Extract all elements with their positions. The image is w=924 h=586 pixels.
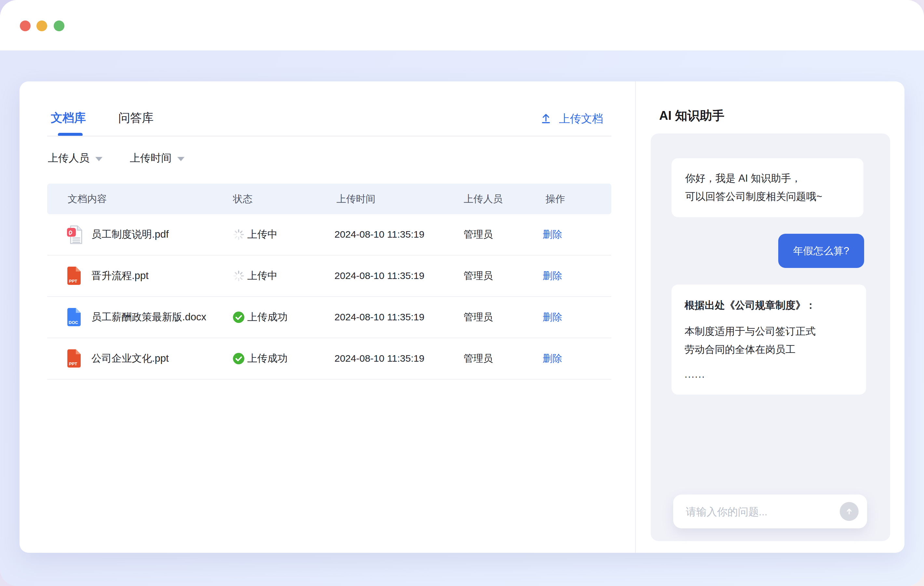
column-header-uploader: 上传人员 bbox=[464, 184, 503, 214]
question-input[interactable] bbox=[685, 495, 830, 529]
answer-line-1: 本制度适用于与公司签订正式 bbox=[685, 322, 853, 341]
delete-link[interactable]: 删除 bbox=[543, 256, 562, 296]
minimize-window-icon[interactable] bbox=[36, 20, 47, 31]
filter-upload-time-label: 上传时间 bbox=[130, 151, 172, 166]
column-header-name: 文档内容 bbox=[68, 184, 107, 214]
filter-uploader-dropdown[interactable]: 上传人员 bbox=[48, 151, 102, 166]
success-check-icon bbox=[233, 311, 245, 323]
file-name: 晋升流程.ppt bbox=[91, 256, 148, 296]
app-window: 文档库 问答库 上传文档 bbox=[0, 0, 924, 586]
table-row: PPT 公司企业文化.ppt 上传成功 2024-08-10 11:35:19 … bbox=[47, 338, 611, 380]
uploader-name: 管理员 bbox=[464, 214, 493, 254]
delete-link[interactable]: 删除 bbox=[543, 338, 562, 378]
maximize-window-icon[interactable] bbox=[54, 20, 64, 31]
assistant-answer-bubble: 根据出处《公司规章制度》： 本制度适用于与公司签订正式 劳动合同的全体在岗员工 … bbox=[672, 285, 866, 395]
uploading-spinner-icon bbox=[233, 270, 245, 282]
tab-document-library[interactable]: 文档库 bbox=[51, 109, 86, 127]
upload-icon bbox=[540, 112, 553, 125]
document-library-pane: 文档库 问答库 上传文档 bbox=[20, 81, 635, 553]
table-row: 员工制度说明.pdf bbox=[47, 214, 611, 256]
page-background: 文档库 问答库 上传文档 bbox=[0, 50, 924, 586]
status-text: 上传中 bbox=[247, 256, 277, 296]
chevron-down-icon bbox=[95, 157, 102, 161]
screen: 文档库 问答库 上传文档 bbox=[0, 0, 924, 586]
close-window-icon[interactable] bbox=[20, 20, 31, 31]
answer-ellipsis: ...... bbox=[685, 365, 853, 384]
upload-time: 2024-08-10 11:35:19 bbox=[335, 297, 424, 337]
window-titlebar bbox=[0, 0, 924, 50]
status-text: 上传成功 bbox=[247, 297, 288, 337]
filter-upload-time-dropdown[interactable]: 上传时间 bbox=[130, 151, 185, 166]
delete-link[interactable]: 删除 bbox=[543, 297, 562, 337]
status-text: 上传中 bbox=[247, 214, 277, 254]
table-row: DOC 员工薪酬政策最新版.docx 上传成功 2024-08-10 11:35… bbox=[47, 297, 611, 338]
uploader-name: 管理员 bbox=[464, 297, 493, 337]
user-message-bubble: 年假怎么算? bbox=[778, 234, 864, 268]
upload-time: 2024-08-10 11:35:19 bbox=[335, 256, 424, 296]
uploader-name: 管理员 bbox=[464, 338, 493, 378]
document-table-body: 员工制度说明.pdf bbox=[47, 214, 611, 380]
chevron-down-icon bbox=[177, 157, 185, 161]
answer-line-2: 劳动合同的全体在岗员工 bbox=[685, 341, 853, 359]
table-header: 文档内容 状态 上传时间 上传人员 操作 bbox=[47, 184, 611, 214]
library-tabs: 文档库 问答库 bbox=[51, 109, 153, 127]
svg-text:DOC: DOC bbox=[69, 320, 78, 325]
answer-source-lead: 根据出处《公司规章制度》： bbox=[685, 296, 853, 315]
filter-bar: 上传人员 上传时间 bbox=[48, 151, 185, 166]
upload-time: 2024-08-10 11:35:19 bbox=[335, 338, 424, 378]
chat-input-box bbox=[673, 495, 867, 528]
send-button[interactable] bbox=[840, 502, 859, 521]
tabbar-divider bbox=[47, 136, 611, 136]
tab-qa-library[interactable]: 问答库 bbox=[119, 109, 153, 127]
greeting-line-1: 你好，我是 AI 知识助手， bbox=[685, 169, 850, 187]
main-card: 文档库 问答库 上传文档 bbox=[20, 81, 904, 553]
greeting-line-2: 可以回答公司制度相关问题哦~ bbox=[685, 187, 850, 206]
arrow-up-icon bbox=[844, 506, 855, 516]
file-name: 公司企业文化.ppt bbox=[91, 338, 169, 378]
file-name: 员工薪酬政策最新版.docx bbox=[91, 297, 206, 337]
svg-text:PPT: PPT bbox=[69, 361, 77, 366]
column-header-status: 状态 bbox=[233, 184, 252, 214]
ai-assistant-title: AI 知识助手 bbox=[659, 108, 724, 124]
assistant-greeting-bubble: 你好，我是 AI 知识助手， 可以回答公司制度相关问题哦~ bbox=[672, 158, 863, 217]
svg-text:PPT: PPT bbox=[69, 279, 77, 283]
ppt-file-icon: PPT bbox=[67, 349, 81, 368]
upload-document-button[interactable]: 上传文档 bbox=[540, 110, 603, 127]
uploading-spinner-icon bbox=[233, 228, 245, 241]
delete-link[interactable]: 删除 bbox=[543, 214, 562, 254]
success-check-icon bbox=[233, 353, 245, 365]
column-header-action: 操作 bbox=[546, 184, 565, 214]
status-text: 上传成功 bbox=[247, 338, 288, 378]
column-header-time: 上传时间 bbox=[337, 184, 375, 214]
ppt-file-icon: PPT bbox=[67, 266, 81, 285]
upload-button-label: 上传文档 bbox=[559, 110, 603, 127]
pdf-file-icon bbox=[67, 225, 83, 245]
upload-time: 2024-08-10 11:35:19 bbox=[335, 214, 424, 254]
table-row: PPT 晋升流程.ppt bbox=[47, 256, 611, 297]
uploader-name: 管理员 bbox=[464, 256, 493, 296]
doc-file-icon: DOC bbox=[67, 308, 81, 326]
chat-panel: 你好，我是 AI 知识助手， 可以回答公司制度相关问题哦~ 年假怎么算? 根据出… bbox=[651, 134, 890, 541]
filter-uploader-label: 上传人员 bbox=[48, 151, 89, 166]
ai-assistant-pane: AI 知识助手 你好，我是 AI 知识助手， 可以回答公司制度相关问题哦~ 年假… bbox=[636, 81, 904, 553]
file-name: 员工制度说明.pdf bbox=[91, 214, 169, 254]
